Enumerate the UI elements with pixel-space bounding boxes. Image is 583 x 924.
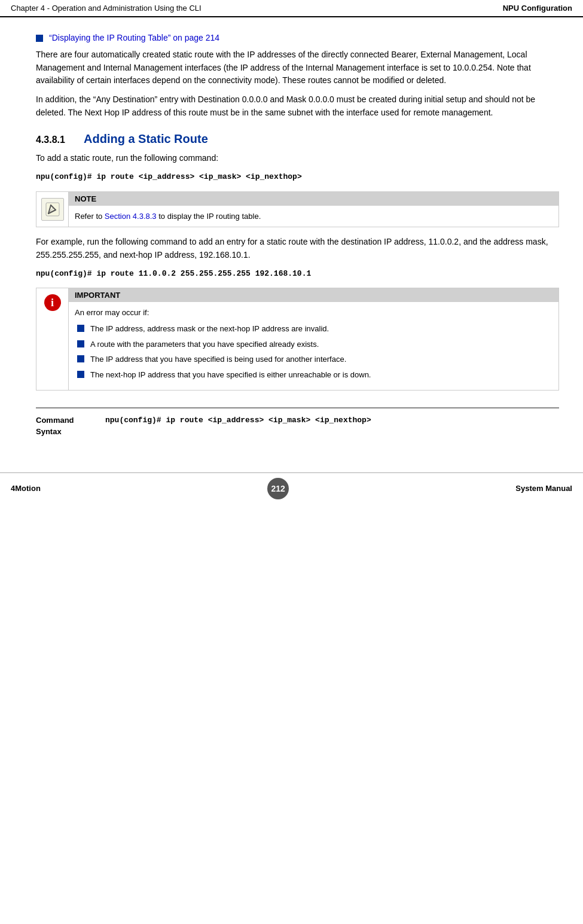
- main-content: “Displaying the IP Routing Table” on pag…: [0, 17, 583, 449]
- bullet-square-icon: [36, 35, 43, 42]
- cmd1-prefix: npu(config)#: [36, 172, 96, 181]
- cmd1-args: <ip_address> <ip_mask> <ip_nexthop>: [134, 172, 302, 181]
- important-box: i IMPORTANT An error may occur if: The I…: [36, 288, 559, 391]
- intro-para-2: In addition, the “Any Destination” entry…: [36, 93, 559, 119]
- footer-left: 4Motion: [11, 484, 41, 493]
- bullet-text-2: A route with the parameters that you hav…: [90, 339, 319, 351]
- note-content: NOTE Refer to Section 4.3.8.3 to display…: [69, 192, 558, 227]
- page-header: Chapter 4 - Operation and Administration…: [0, 0, 583, 17]
- important-bullet-list: The IP address, address mask or the next…: [77, 323, 553, 382]
- cmd-syntax-label: CommandSyntax: [36, 414, 96, 438]
- bullet-text-1: The IP address, address mask or the next…: [90, 323, 329, 336]
- note-box: NOTE Refer to Section 4.3.8.3 to display…: [36, 191, 559, 228]
- header-left: Chapter 4 - Operation and Administration…: [11, 4, 202, 13]
- cmd-syntax-prefix: npu(config)#: [105, 416, 166, 425]
- section-heading: 4.3.8.1 Adding a Static Route: [36, 132, 559, 146]
- cmd-syntax-kw: ip route: [166, 416, 203, 425]
- pencil-svg: [45, 202, 60, 217]
- page-footer: 4Motion 212 System Manual: [0, 472, 583, 504]
- bullet-text-4: The next-hop IP address that you have sp…: [90, 369, 371, 382]
- note-body: Refer to Section 4.3.8.3 to display the …: [69, 206, 558, 227]
- section-number: 4.3.8.1: [36, 135, 84, 145]
- section-title: Adding a Static Route: [84, 132, 208, 146]
- important-bullet-2: A route with the parameters that you hav…: [77, 339, 553, 351]
- cmd-syntax-section: CommandSyntax npu(config)# ip route <ip_…: [36, 407, 559, 438]
- page-number: 212: [267, 478, 289, 499]
- important-bullet-1: The IP address, address mask or the next…: [77, 323, 553, 336]
- footer-right: System Manual: [515, 484, 572, 493]
- important-bullet-4: The next-hop IP address that you have sp…: [77, 369, 553, 382]
- important-body: An error may occur if: The IP address, a…: [69, 302, 558, 390]
- command-2: npu(config)# ip route 11.0.0.2 255.255.2…: [36, 268, 559, 280]
- important-icon-column: i: [36, 288, 69, 390]
- important-bullet-3: The IP address that you have specified i…: [77, 353, 553, 366]
- bullet-sq-3: [77, 355, 84, 362]
- note-icon-column: [36, 192, 69, 227]
- note-header: NOTE: [69, 192, 558, 206]
- bullet-text-3: The IP address that you have specified i…: [90, 353, 346, 366]
- section-link[interactable]: Section 4.3.8.3: [105, 212, 157, 221]
- bullet-link-item: “Displaying the IP Routing Table” on pag…: [36, 33, 559, 42]
- cmd-intro: To add a static route, run the following…: [36, 152, 559, 165]
- header-right: NPU Configuration: [503, 4, 572, 13]
- command-1: npu(config)# ip route <ip_address> <ip_m…: [36, 171, 559, 183]
- important-intro: An error may occur if:: [75, 307, 553, 319]
- important-content: IMPORTANT An error may occur if: The IP …: [69, 288, 558, 390]
- note-pencil-icon: [41, 198, 64, 221]
- important-header: IMPORTANT: [69, 288, 558, 302]
- cmd-syntax-args: <ip_address> <ip_mask> <ip_nexthop>: [203, 416, 371, 425]
- bullet-link-text[interactable]: “Displaying the IP Routing Table” on pag…: [49, 33, 219, 42]
- bullet-sq-2: [77, 340, 84, 347]
- cmd1-kw: ip route: [96, 172, 133, 181]
- important-i-icon: i: [44, 294, 61, 311]
- bullet-sq-4: [77, 371, 84, 378]
- bullet-sq-1: [77, 325, 84, 332]
- cmd-syntax-value: npu(config)# ip route <ip_address> <ip_m…: [105, 414, 371, 426]
- intro-para-1: There are four automatically created sta…: [36, 48, 559, 87]
- routing-table-link[interactable]: “Displaying the IP Routing Table” on pag…: [49, 33, 219, 42]
- example-para: For example, run the following command t…: [36, 236, 559, 261]
